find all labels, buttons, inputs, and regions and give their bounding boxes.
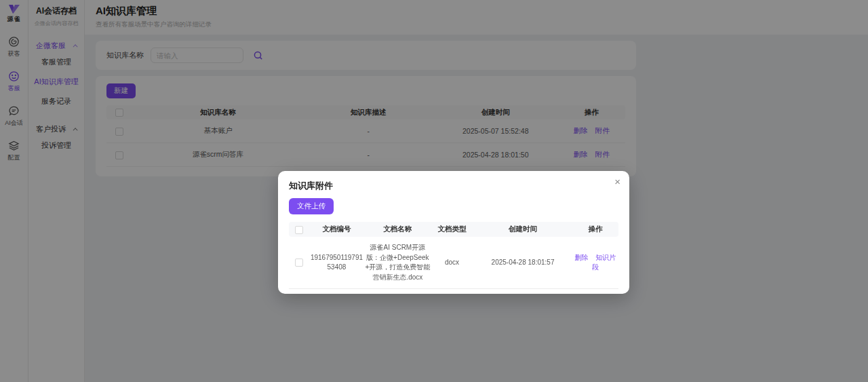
row-checkbox[interactable] [295, 259, 303, 267]
select-all-checkbox[interactable] [295, 226, 303, 234]
attachment-table: 文档编号 文档名称 文档类型 创建时间 操作 19167950119791534… [289, 222, 618, 289]
knowledge-fragment-link[interactable]: 知识片段 [592, 254, 616, 271]
close-icon[interactable]: × [614, 176, 620, 187]
doc-created: 2025-04-28 18:01:57 [473, 256, 572, 269]
table-row: 1916795011979153408 源雀AI SCRM开源版：企微+Deep… [289, 237, 618, 289]
attachment-table-header: 文档编号 文档名称 文档类型 创建时间 操作 [289, 222, 618, 237]
modal-title: 知识库附件 [289, 180, 618, 192]
doc-col-type: 文档类型 [431, 223, 473, 235]
doc-id: 1916795011979153408 [309, 252, 365, 274]
doc-name: 源雀AI SCRM开源版：企微+DeepSeek+开源，打造免费智能营销新生态.… [365, 242, 431, 284]
doc-col-created: 创建时间 [473, 223, 572, 235]
delete-link[interactable]: 删除 [575, 254, 589, 261]
doc-col-actions: 操作 [572, 223, 618, 235]
doc-type: docx [431, 256, 473, 269]
kb-attachments-modal: × 知识库附件 文件上传 文档编号 文档名称 文档类型 创建时间 操作 1916… [278, 171, 629, 294]
doc-col-name: 文档名称 [365, 223, 431, 235]
doc-col-id: 文档编号 [309, 223, 365, 235]
file-upload-button[interactable]: 文件上传 [289, 198, 334, 214]
